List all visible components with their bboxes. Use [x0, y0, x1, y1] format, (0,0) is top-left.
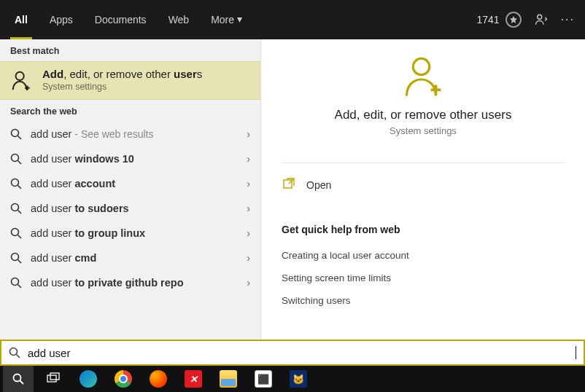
user-plus-icon	[10, 69, 32, 91]
preview-subtitle: System settings	[282, 125, 565, 136]
svg-point-1	[16, 71, 24, 79]
chevron-right-icon: ›	[247, 277, 250, 289]
tab-all[interactable]: All	[10, 0, 32, 39]
web-result-text: add user account	[31, 178, 238, 189]
web-result-text: add user - See web results	[31, 128, 238, 140]
svg-point-4	[12, 179, 19, 187]
tab-web[interactable]: Web	[164, 0, 194, 39]
scope-tabs: All Apps Documents Web More ▾	[10, 0, 247, 39]
taskbar-app-file-explorer[interactable]	[213, 366, 244, 392]
web-result-row[interactable]: add user windows 10›	[0, 146, 260, 171]
web-result-text: add user cmd	[31, 252, 238, 264]
topbar-right: 1741 ···	[477, 12, 576, 28]
svg-point-9	[413, 58, 430, 75]
svg-point-5	[12, 204, 19, 211]
chevron-down-icon: ▾	[237, 13, 242, 25]
search-icon	[9, 347, 20, 358]
tab-label: Web	[168, 14, 190, 26]
search-icon	[10, 203, 22, 214]
taskbar-app-firefox[interactable]	[143, 366, 174, 392]
svg-point-0	[537, 15, 541, 19]
svg-rect-13	[47, 375, 56, 382]
chevron-right-icon: ›	[247, 153, 250, 165]
quick-help-link[interactable]: Switching users	[282, 289, 565, 312]
svg-point-12	[14, 375, 21, 382]
svg-point-2	[12, 130, 19, 137]
best-match-subtitle: System settings	[42, 82, 202, 92]
open-app-icon	[283, 178, 295, 192]
web-result-row[interactable]: add user cmd›	[0, 246, 260, 270]
search-bar[interactable]	[0, 340, 585, 366]
best-match-header: Best match	[0, 39, 260, 61]
options-ellipsis-icon[interactable]: ···	[561, 13, 575, 26]
chevron-right-icon: ›	[247, 128, 250, 140]
chevron-right-icon: ›	[247, 203, 250, 214]
taskbar-app-edge[interactable]	[73, 366, 104, 392]
search-icon	[10, 277, 22, 289]
svg-point-3	[12, 154, 19, 162]
web-result-row[interactable]: add user to sudoers›	[0, 196, 260, 221]
quick-help-link[interactable]: Setting screen time limits	[282, 267, 565, 289]
svg-point-6	[12, 229, 19, 236]
chevron-right-icon: ›	[247, 252, 250, 264]
tab-label: Apps	[50, 14, 73, 26]
web-result-row[interactable]: add user account›	[0, 171, 260, 196]
tab-label: More	[211, 14, 234, 26]
web-result-text: add user to sudoers	[31, 203, 238, 214]
rewards-points-value: 1741	[477, 14, 500, 26]
web-result-row[interactable]: add user to group linux›	[0, 221, 260, 246]
taskbar-taskview-button[interactable]	[38, 366, 69, 392]
taskbar-app-ms-store[interactable]: ⬛	[248, 366, 279, 392]
tab-documents[interactable]: Documents	[90, 0, 151, 39]
preview-title: Add, edit, or remove other users	[282, 108, 565, 122]
open-label: Open	[306, 179, 331, 191]
rewards-badge-icon	[505, 12, 522, 28]
preview-header: Add, edit, or remove other users System …	[282, 54, 565, 149]
web-result-text: add user to private github repo	[31, 277, 238, 289]
taskbar-app-irfanview[interactable]: 🐱	[283, 366, 314, 392]
quick-help-links: Creating a local user accountSetting scr…	[282, 244, 565, 312]
search-results-panel: Best match Add, edit, or remove other us…	[0, 39, 585, 340]
web-result-text: add user to group linux	[31, 227, 238, 239]
quick-help-header: Get quick help from web	[282, 224, 565, 235]
search-web-header: Search the web	[0, 100, 260, 122]
tab-label: All	[15, 14, 28, 26]
web-result-row[interactable]: add user - See web results›	[0, 122, 260, 146]
tab-label: Documents	[95, 14, 147, 26]
quick-help-link[interactable]: Creating a local user account	[282, 244, 565, 267]
search-scope-tabstrip: All Apps Documents Web More ▾ 1741 ···	[0, 0, 585, 39]
search-icon	[10, 153, 22, 165]
search-icon	[10, 178, 22, 189]
web-result-text: add user windows 10	[31, 153, 238, 165]
taskbar-search-button[interactable]	[3, 366, 34, 392]
chevron-right-icon: ›	[247, 227, 250, 239]
tab-more[interactable]: More ▾	[206, 0, 247, 39]
account-icon[interactable]	[535, 13, 548, 26]
user-plus-large-icon	[401, 54, 445, 98]
best-match-title: Add, edit, or remove other users	[42, 68, 202, 80]
svg-point-11	[10, 348, 18, 356]
chevron-right-icon: ›	[247, 178, 250, 189]
search-icon	[10, 128, 22, 140]
taskbar: ✕ ⬛ 🐱	[0, 366, 585, 392]
svg-rect-14	[50, 373, 59, 380]
open-action[interactable]: Open	[282, 163, 565, 192]
svg-point-8	[12, 278, 19, 286]
svg-point-7	[12, 254, 19, 261]
best-match-result[interactable]: Add, edit, or remove other users System …	[0, 61, 260, 100]
svg-rect-10	[284, 180, 292, 188]
rewards-points[interactable]: 1741	[477, 12, 522, 28]
web-results-list: add user - See web results›add user wind…	[0, 122, 260, 295]
web-result-row[interactable]: add user to private github repo›	[0, 270, 260, 295]
search-icon	[10, 252, 22, 264]
search-icon	[10, 227, 22, 239]
result-preview-pane: Add, edit, or remove other users System …	[261, 39, 585, 340]
results-left-pane: Best match Add, edit, or remove other us…	[0, 39, 261, 340]
taskbar-app-chrome[interactable]	[108, 366, 139, 392]
taskbar-app-expressvpn[interactable]: ✕	[178, 366, 209, 392]
tab-apps[interactable]: Apps	[45, 0, 77, 39]
text-cursor	[576, 346, 576, 359]
search-input[interactable]	[28, 347, 576, 359]
